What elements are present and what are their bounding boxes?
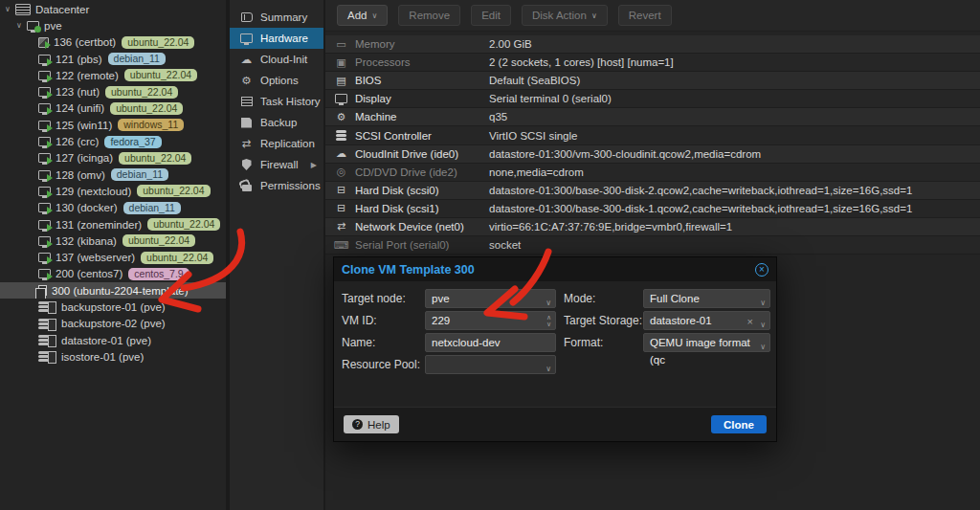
hardware-row[interactable]: ▭Memory2.00 GiB	[325, 35, 980, 54]
tree-item-vm[interactable]: 130 (docker)debian_11	[0, 200, 226, 216]
menu-item-backup[interactable]: Backup	[230, 112, 323, 133]
tree-item-label: 125 (win11)	[56, 120, 112, 131]
revert-button[interactable]: Revert	[618, 5, 672, 26]
tree-item-vm[interactable]: 129 (nextcloud)ubuntu_22.04	[0, 183, 226, 199]
spinner-icon: ∧ ∨	[546, 314, 551, 327]
mode-field[interactable]: Full Clone∨	[643, 289, 770, 308]
tree-item-vm[interactable]: 128 (omv)debian_11	[0, 166, 226, 183]
tree-item-template[interactable]: 300 (ubuntu-2204-template)	[0, 282, 226, 299]
tree-item-datacenter[interactable]: ∨Datacenter	[0, 1, 226, 17]
hardware-table: ▭Memory2.00 GiB▣Processors2 (2 sockets, …	[325, 35, 980, 255]
field-value: Full Clone	[650, 293, 700, 304]
hardware-row[interactable]: ☁CloudInit Drive (ide0)datastore-01:300/…	[325, 145, 980, 164]
dialog-field-row: Mode:Full Clone∨	[564, 289, 770, 308]
field-label: Name:	[342, 336, 425, 349]
button-label: Revert	[629, 10, 661, 21]
hardware-row-value: Serial terminal 0 (serial0)	[489, 93, 612, 104]
hardware-row[interactable]: ▣Processors2 (2 sockets, 1 cores) [host]…	[325, 54, 980, 72]
tree-item-label: Datacenter	[35, 4, 89, 15]
resource-pool-field[interactable]: ∨	[425, 355, 556, 374]
tree-item-storage[interactable]: backupstore-01 (pve)	[0, 299, 226, 315]
tree-item-label: 121 (pbs)	[56, 54, 102, 65]
tree-item-vm[interactable]: 137 (webserver)ubuntu_22.04	[0, 249, 226, 265]
clone-button[interactable]: Clone	[711, 415, 767, 433]
menu-item-options[interactable]: ⚙Options	[230, 70, 323, 91]
hardware-row[interactable]: ◎CD/DVD Drive (ide2)none,media=cdrom	[325, 164, 980, 182]
machine-icon: ⚙	[337, 111, 346, 123]
tree-item-vm[interactable]: 124 (unifi)ubuntu_22.04	[0, 100, 226, 117]
os-tag: ubuntu_22.04	[124, 69, 197, 81]
field-value: netxcloud-dev	[432, 337, 501, 348]
tree-item-label: pve	[44, 20, 62, 32]
menu-item-summary[interactable]: Summary	[230, 7, 323, 28]
menu-item-hardware[interactable]: Hardware	[230, 28, 323, 49]
tree-item-vm[interactable]: 125 (win11)windows_11	[0, 117, 226, 133]
dialog-fields-left: Target node:pve∨VM ID:229∧ ∨Name:netxclo…	[342, 289, 556, 377]
menu-item-permissions[interactable]: Permissions	[230, 175, 323, 196]
tree-item-label: 127 (icinga)	[56, 152, 113, 164]
dialog-header[interactable]: Clone VM Template 300 ×	[334, 257, 776, 281]
disk-action-button[interactable]: Disk Action∨	[522, 5, 608, 26]
tree-item-vm[interactable]: 126 (crc)fedora_37	[0, 133, 226, 149]
hardware-row-value: datastore-01:300/base-300-disk-2.qcow2,c…	[489, 185, 912, 196]
tree-item-storage[interactable]: datastore-01 (pve)	[0, 332, 226, 348]
tree-item-vm[interactable]: 200 (centos7)centos_7.9	[0, 266, 226, 282]
add-button[interactable]: Add∨	[337, 5, 388, 26]
vm-icon	[38, 55, 51, 64]
close-icon[interactable]: ×	[755, 263, 768, 277]
target-storage-field[interactable]: datastore-01×∨	[643, 311, 770, 330]
memory-icon: ▭	[336, 38, 345, 51]
chevron-down-icon: ∨	[760, 295, 766, 312]
menu-item-label: Summary	[260, 11, 307, 23]
bios-icon: ▤	[336, 75, 345, 87]
menu-item-firewall[interactable]: Firewall▶	[230, 154, 323, 175]
tree-item-storage[interactable]: isostore-01 (pve)	[0, 348, 226, 365]
tree-item-container[interactable]: 136 (certbot)ubuntu_22.04	[0, 34, 226, 51]
edit-button[interactable]: Edit	[471, 5, 511, 26]
hardware-row[interactable]: ⌨Serial Port (serial0)socket	[325, 236, 980, 255]
hardware-row[interactable]: ▤BIOSDefault (SeaBIOS)	[325, 72, 980, 90]
name-field[interactable]: netxcloud-dev	[425, 333, 556, 352]
format-field[interactable]: QEMU image format (qc∨	[643, 333, 770, 352]
os-tag: debian_11	[123, 202, 181, 214]
cloudinit-icon: ☁	[336, 147, 346, 160]
tree-item-label: 300 (ubuntu-2204-template)	[52, 285, 189, 297]
tree-item-vm[interactable]: 127 (icinga)ubuntu_22.04	[0, 150, 226, 166]
tree-item-vm[interactable]: 121 (pbs)debian_11	[0, 51, 226, 67]
menu-item-cloud-init[interactable]: ☁Cloud-Init	[230, 49, 323, 70]
sync-icon: ⇄	[242, 137, 252, 150]
hardware-row-value: datastore-01:300/base-300-disk-1.qcow2,c…	[489, 203, 912, 214]
vm-icon	[38, 236, 51, 246]
vm-icon	[38, 121, 51, 130]
hardware-row[interactable]: ⊟Hard Disk (scsi0)datastore-01:300/base-…	[325, 182, 980, 200]
hardware-row-label: Serial Port (serial0)	[355, 239, 489, 251]
help-button[interactable]: ? Help	[344, 415, 399, 433]
hardware-row[interactable]: ⚙Machineq35	[325, 108, 980, 126]
hardware-row[interactable]: ⇄Network Device (net0)virtio=66:1C:A7:37…	[325, 218, 980, 236]
button-label: Disk Action	[532, 10, 587, 21]
tree-item-node[interactable]: ∨pve	[0, 17, 226, 33]
field-label: Format:	[564, 336, 643, 349]
submenu-arrow-icon: ▶	[311, 161, 317, 169]
hardware-row[interactable]: SCSI ControllerVirtIO SCSI single	[325, 126, 980, 144]
vm-id-field[interactable]: 229∧ ∨	[425, 311, 556, 330]
tree-item-vm[interactable]: 123 (nut)ubuntu_22.04	[0, 83, 226, 100]
vm-icon	[38, 87, 51, 97]
chevron-down-icon: ∨	[760, 339, 766, 356]
dialog-field-row: Format:QEMU image format (qc∨	[564, 333, 770, 352]
field-label: VM ID:	[342, 314, 425, 327]
hardware-row[interactable]: DisplaySerial terminal 0 (serial0)	[325, 90, 980, 108]
target-node-field[interactable]: pve∨	[425, 289, 556, 308]
tree-item-vm[interactable]: 132 (kibana)ubuntu_22.04	[0, 233, 226, 249]
tree-item-vm[interactable]: 131 (zoneminder)ubuntu_22.04	[0, 216, 226, 233]
remove-button[interactable]: Remove	[398, 5, 460, 26]
storage-icon	[38, 300, 56, 313]
tree-item-storage[interactable]: backupstore-02 (pve)	[0, 316, 226, 332]
os-tag: ubuntu_22.04	[110, 102, 183, 115]
hardware-row[interactable]: ⊟Hard Disk (scsi1)datastore-01:300/base-…	[325, 200, 980, 218]
menu-item-task-history[interactable]: Task History	[230, 91, 323, 112]
hardware-row-label: BIOS	[355, 75, 489, 86]
hardware-row-label: Network Device (net0)	[355, 221, 489, 233]
menu-item-replication[interactable]: ⇄Replication	[230, 133, 323, 154]
tree-item-vm[interactable]: 122 (remote)ubuntu_22.04	[0, 67, 226, 83]
